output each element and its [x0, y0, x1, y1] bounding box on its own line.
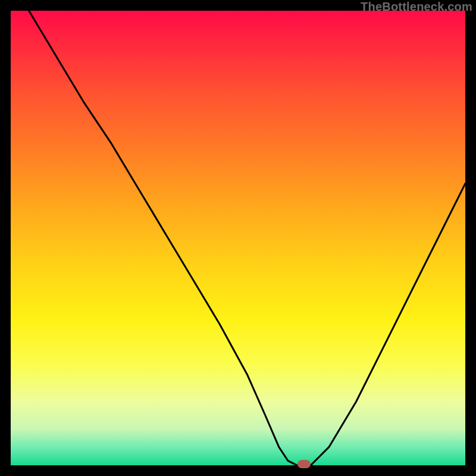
curve-path — [29, 11, 465, 465]
watermark: TheBottleneck.com — [361, 0, 472, 14]
curve-svg — [11, 11, 465, 465]
optimum-marker — [298, 460, 311, 468]
plot-area — [11, 11, 465, 465]
chart-frame: TheBottleneck.com — [0, 0, 476, 476]
